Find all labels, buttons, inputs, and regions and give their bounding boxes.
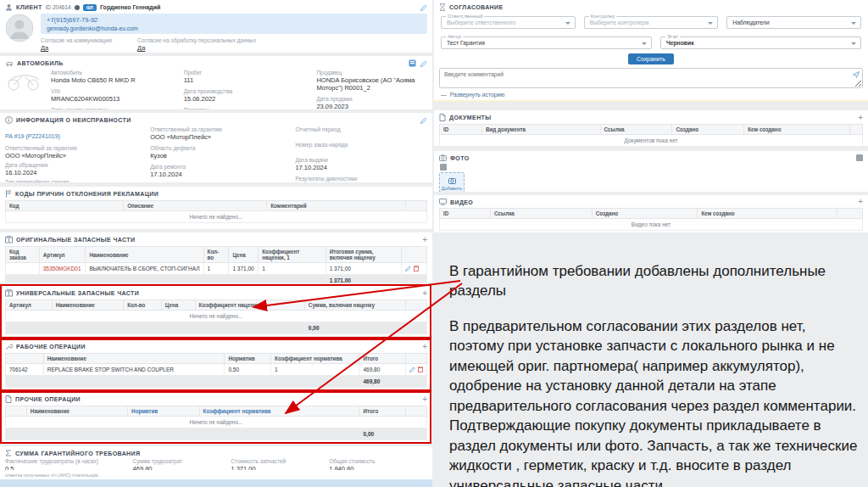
field-label: Сумма трудозатрат xyxy=(133,458,231,464)
edit-icon[interactable] xyxy=(405,266,411,271)
field-value: 469,80 xyxy=(133,465,231,470)
add-other-operation-button[interactable]: + xyxy=(422,396,427,403)
client-email[interactable]: gennady.gordienko@honda-eu.com xyxy=(47,25,421,31)
other-operations-panel: ПРОЧИЕ ОПЕРАЦИИ + Наименование Норматив … xyxy=(0,392,432,442)
column-header: Коэффициент норматива xyxy=(271,354,359,364)
add-labor-operation-button[interactable]: + xyxy=(422,344,427,350)
document-icon xyxy=(439,114,446,121)
other-operations-table: Наименование Норматив Коэффициент нормат… xyxy=(5,406,427,440)
column-header: Кол-во xyxy=(124,300,162,311)
comment-box xyxy=(439,68,863,88)
client-name[interactable]: Гордиенко Геннадий xyxy=(100,4,160,10)
column-header-sort[interactable]: Коэффициент норматива xyxy=(203,408,271,414)
video-icon xyxy=(439,199,447,205)
edit-icon[interactable] xyxy=(420,117,427,124)
claim-total-panel: СУММА ГАРАНТИЙНОГО ТРЕБОВАНИЯ Фактически… xyxy=(0,446,432,470)
add-original-part-button[interactable]: + xyxy=(422,237,427,244)
labor-operations-title: РАБОЧИЕ ОПЕРАЦИИ xyxy=(16,344,86,350)
column-header: Артикул xyxy=(39,247,86,263)
delete-icon[interactable] xyxy=(418,367,423,372)
field-value: Кузов xyxy=(150,152,295,160)
add-video-button[interactable]: + xyxy=(858,199,863,205)
select-value: Тест Гарантия xyxy=(442,37,651,48)
column-header: Сумма, включая наценку xyxy=(304,300,405,311)
edit-icon[interactable] xyxy=(409,367,415,372)
consent-comm-label: Согласие на коммуникацию xyxy=(41,37,112,43)
edit-icon[interactable] xyxy=(420,4,427,11)
consent-pd-value[interactable]: Да xyxy=(137,44,256,52)
footer-total: 0,00 xyxy=(304,322,405,334)
responsible-select[interactable]: Ответственный Выберите ответственного xyxy=(441,16,576,29)
column-header: Коэффициент наценки, 1 xyxy=(259,247,326,263)
empty-row: Ничего не найдено... xyxy=(6,211,427,223)
field-value: 17.10.2024 xyxy=(295,164,427,171)
author-select[interactable]: Автор Тест Гарантия xyxy=(441,36,652,49)
consent-comm-value[interactable]: Да xyxy=(41,44,112,52)
car-panel: АВТОМОБИЛЬ АвтомобильHonda Moto CB650 R … xyxy=(0,56,432,109)
car-icon xyxy=(5,60,14,67)
video-title: ВИДЕО xyxy=(450,199,473,205)
add-document-button[interactable]: + xyxy=(858,115,863,121)
send-icon[interactable] xyxy=(853,71,860,78)
add-universal-part-button[interactable]: + xyxy=(422,290,427,297)
pre-approval-link[interactable]: РА #19 (Р22241019) xyxy=(5,133,60,139)
delete-icon[interactable] xyxy=(414,266,419,271)
stage-select[interactable]: Этап Черновик xyxy=(660,36,861,49)
column-header: Итого xyxy=(359,406,406,417)
fault-info-panel: ИНФОРМАЦИЯ О НЕИСПРАВНОСТИ РА #19 (Р2224… xyxy=(0,113,432,182)
part-number-link[interactable]: 35350MGKD01 xyxy=(43,266,81,271)
cell-order-code xyxy=(6,263,40,275)
documents-title: ДОКУМЕНТЫ xyxy=(449,115,492,120)
cell-total: 469,80 xyxy=(359,364,406,376)
controller-select[interactable]: Контролер Выберите контролера xyxy=(584,16,719,29)
client-phone[interactable]: +7(915)697-79-92 xyxy=(47,16,421,24)
expand-history-link[interactable]: — Развернуть историю xyxy=(441,92,863,98)
column-header-actions xyxy=(406,406,427,417)
field-label: Продавец xyxy=(316,70,427,76)
field-label: Область дефекта xyxy=(150,145,295,151)
universal-parts-panel: УНИВЕРСАЛЬНЫЕ ЗАПАСНЫЕ ЧАСТИ + Артикул Н… xyxy=(0,286,432,336)
column-header-sort[interactable]: Норматив xyxy=(131,408,158,414)
add-photo-button[interactable]: Добавить фото xyxy=(439,172,465,192)
sum-icon xyxy=(5,450,12,456)
consent-pd-label: Согласие на обработку персональных данны… xyxy=(137,37,256,43)
comment-input[interactable] xyxy=(440,69,862,87)
field-value: ООО «МоторПлейс» xyxy=(150,133,295,141)
column-header-actions xyxy=(402,247,427,263)
totals-row: 469,80 xyxy=(6,376,427,388)
original-parts-table: Код заказа Артикул Наименование Кол-во Ц… xyxy=(5,246,427,283)
field-label: Дата обращения xyxy=(5,162,150,168)
column-header: Наименование xyxy=(86,247,203,263)
column-header: Код заказа xyxy=(6,247,40,263)
cell-coeff: 1 xyxy=(271,364,359,376)
field-label: Фактические трудозатраты (в часах) xyxy=(5,458,133,464)
totals-row: 0,00 xyxy=(6,428,427,440)
column-header: Вид документа xyxy=(481,125,600,135)
column-header: Норматив xyxy=(225,354,271,364)
client-id: ID 204614 xyxy=(46,4,71,10)
photo-view-icon[interactable] xyxy=(856,154,863,161)
column-header: Кем создано xyxy=(744,125,850,135)
field-value: 1 840,80 xyxy=(329,465,427,470)
original-parts-panel: ОРИГИНАЛЬНЫЕ ЗАПАСНЫЕ ЧАСТИ + Код заказа… xyxy=(0,232,432,283)
field-label: Общая стоимость xyxy=(329,458,427,464)
flag-icon xyxy=(5,190,12,198)
contact-box: +7(915)697-79-92 gennady.gordienko@honda… xyxy=(41,14,427,34)
annotation-heading: В гарантийном требовании добавлены допол… xyxy=(449,261,858,301)
fault-panel-title: ИНФОРМАЦИЯ О НЕИСПРАВНОСТИ xyxy=(16,117,131,123)
field-value: 23.09.2023 xyxy=(316,103,427,109)
cell-operation-code: 706142 xyxy=(6,364,44,376)
field-label: VIN xyxy=(51,88,184,94)
column-header: Описание xyxy=(124,201,267,211)
empty-row: Ничего не найдено... xyxy=(6,417,427,428)
save-button[interactable]: Сохранить xyxy=(628,53,674,64)
field-label: Пробег xyxy=(184,70,317,76)
column-header: Ссылка xyxy=(600,125,672,135)
camera-icon xyxy=(439,154,447,161)
totals-row: 1 371,00 xyxy=(6,275,427,283)
documents-table: ID Вид документа Ссылка Создано Кем созд… xyxy=(439,124,863,146)
column-header: ID xyxy=(440,125,482,135)
watchers-select[interactable]: Наблюдатели xyxy=(726,16,861,29)
history-icon[interactable] xyxy=(409,59,416,67)
edit-icon[interactable] xyxy=(420,60,427,67)
